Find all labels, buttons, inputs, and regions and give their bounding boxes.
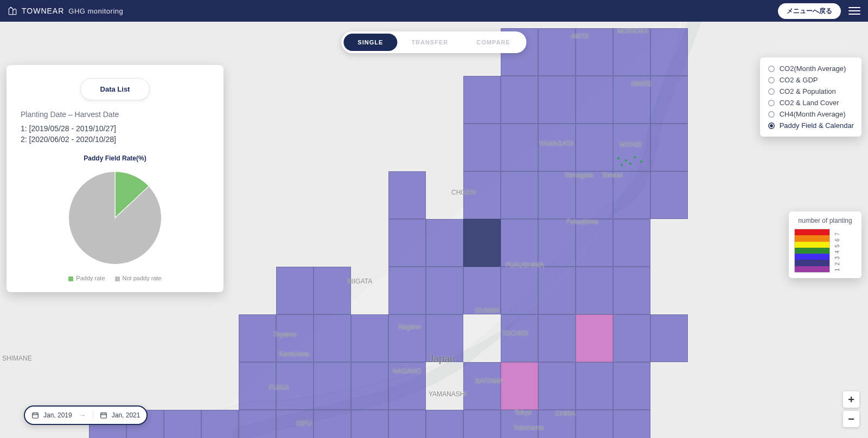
grid-cell [538, 76, 576, 124]
grid-cell [613, 410, 650, 438]
paddy-dot [629, 163, 631, 165]
grid-cell [314, 410, 351, 438]
paddy-dot [640, 160, 642, 163]
svg-point-3 [768, 100, 774, 106]
grid-cell [613, 314, 650, 362]
zoom-out-button[interactable]: − [843, 411, 859, 427]
grid-cell [576, 76, 613, 124]
grid-cell [426, 410, 463, 438]
mode-single-button[interactable]: SINGLE [343, 34, 397, 51]
map-region-label: Yamagata [564, 171, 593, 179]
brand-subtitle: GHG monitoring [68, 7, 123, 15]
layer-option[interactable]: CO2 & Population [767, 86, 855, 97]
map-region-label: FUKUSHIMA [506, 261, 544, 269]
svg-point-6 [770, 124, 773, 127]
grid-cell [351, 362, 388, 410]
back-to-menu-button[interactable]: メニューへ戻る [778, 3, 841, 19]
calendar-icon [100, 411, 107, 419]
grid-cell [538, 171, 576, 219]
map-region-label: Fukushima [566, 218, 598, 226]
grid-cell [463, 362, 501, 410]
brand-name: TOWNEAR [22, 7, 64, 15]
grid-cell [463, 171, 501, 219]
grid-cell [463, 219, 501, 267]
mode-compare-button[interactable]: COMPARE [462, 34, 524, 51]
svg-rect-8 [100, 413, 106, 418]
grid-cell [388, 314, 426, 362]
grid-cell [576, 362, 613, 410]
grid-cell [276, 362, 314, 410]
pie-chart [21, 168, 209, 268]
grid-cell [538, 219, 576, 267]
layer-option[interactable]: CO2 & Land Cover [767, 97, 855, 108]
grid-cell [613, 28, 650, 76]
grid-cell [239, 410, 276, 438]
legend-tick: 3 [834, 254, 840, 260]
map-region-label: NIIGATA [347, 278, 372, 285]
grid-cell [388, 267, 426, 314]
grid-cell [388, 410, 426, 438]
map-region-label: SHIMANE [2, 355, 32, 362]
grid-cell [650, 76, 688, 124]
map-region-label: YAMAGATA [539, 140, 574, 147]
grid-cell [613, 171, 650, 219]
svg-rect-7 [33, 413, 39, 418]
logo-icon [8, 6, 17, 16]
svg-point-0 [768, 66, 774, 72]
map-region-label: GIFU [296, 420, 312, 427]
grid-cell [613, 362, 650, 410]
legend-title: number of planting [794, 217, 856, 224]
grid-cell [538, 124, 576, 171]
planting-date-2: 2: [2020/06/02 - 2020/10/28] [21, 135, 209, 144]
map-region-label: FUKUI [269, 384, 289, 391]
grid-cell [538, 28, 576, 76]
map-region-label: IWATE [631, 80, 652, 88]
grid-cell [501, 219, 538, 267]
grid-cell [239, 314, 276, 362]
grid-cell [501, 171, 538, 219]
grid-cell [613, 267, 650, 314]
grid-cell [576, 124, 613, 171]
grid-cell [576, 219, 613, 267]
legend-tick: 7 [834, 230, 840, 236]
map-region-label: MORIOKA [617, 27, 648, 35]
map-region-label: MIYAGI [620, 141, 642, 149]
grid-cell [314, 314, 351, 362]
grid-cell [501, 314, 538, 362]
grid-cell [426, 219, 463, 267]
pie-legend-paddy: Paddy rate [68, 275, 105, 281]
arrow-right-icon: → [79, 411, 86, 420]
layer-option[interactable]: CO2(Month Average) [767, 63, 855, 74]
grid-cell [613, 219, 650, 267]
data-list-button[interactable]: Data List [80, 78, 150, 100]
grid-cell [501, 362, 538, 410]
layer-option[interactable]: CO2 & GDP [767, 74, 855, 86]
grid-cell [501, 124, 538, 171]
legend-swatch [795, 242, 829, 248]
grid-cell [314, 362, 351, 410]
paddy-dot [634, 156, 636, 158]
grid-cell [576, 28, 613, 76]
grid-cell [501, 410, 538, 438]
grid-cell [276, 410, 314, 438]
grid-cell [576, 267, 613, 314]
map-region-label: YAMANASHI [429, 390, 467, 398]
layer-option[interactable]: CH4(Month Average) [767, 108, 855, 120]
grid-cell [426, 314, 463, 362]
map-region-label: Kanazawa [279, 350, 309, 358]
grid-cell [576, 314, 613, 362]
mode-transfer-button[interactable]: TRANSFER [397, 34, 462, 51]
legend-swatch [795, 254, 829, 260]
map-region-label: NAGANO [393, 368, 421, 375]
date-range-picker[interactable]: Jan, 2019 → Jan, 2021 [24, 405, 148, 425]
grid-cell [650, 124, 688, 171]
svg-point-2 [768, 88, 774, 94]
grid-cell [239, 362, 276, 410]
legend-tick: 4 [834, 248, 840, 254]
grid-cell [501, 267, 538, 314]
layer-option[interactable]: Paddy Field & Calendar [767, 120, 855, 131]
legend-swatch [795, 248, 829, 254]
menu-icon[interactable] [848, 7, 860, 15]
zoom-in-button[interactable]: + [843, 391, 859, 408]
map-region-label: Tokyo [514, 409, 531, 416]
